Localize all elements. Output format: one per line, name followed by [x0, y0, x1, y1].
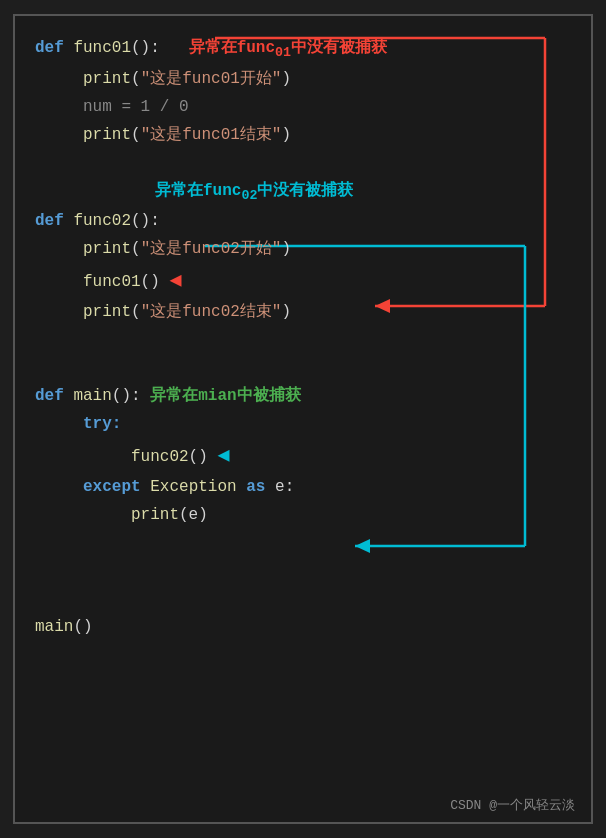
line-func02-call: func02 () ◀	[131, 438, 571, 473]
footer-text: CSDN @一个风轻云淡	[450, 796, 575, 814]
num-code: num = 1 / 0	[83, 93, 189, 121]
func02-call-paren: ()	[189, 443, 218, 471]
keyword-def1: def	[35, 34, 73, 62]
main-name: main	[73, 382, 111, 410]
print-fn5: print	[131, 501, 179, 529]
print-paren2: (	[131, 121, 141, 149]
blank5	[35, 557, 571, 585]
line-print-e: print (e)	[131, 501, 571, 529]
line-func01-call: func01 () ◀	[83, 263, 571, 298]
close-paren3: )	[281, 235, 291, 263]
annotation-main-text: 异常在mian中被捕获	[150, 382, 300, 410]
print-fn2: print	[83, 121, 131, 149]
str2: "这是func01结束"	[141, 121, 282, 149]
annotation-func01: 异常在func01中没有被捕获	[189, 34, 387, 65]
print-fn3: print	[83, 235, 131, 263]
line-func02-def: def func02 ():	[35, 207, 571, 235]
main-paren: ():	[112, 382, 150, 410]
func01-call: func01	[83, 268, 141, 296]
blank1	[35, 149, 571, 177]
print-paren3: (	[131, 235, 141, 263]
line-func02-print2: print ( "这是func02结束" )	[83, 298, 571, 326]
close-paren1: )	[281, 65, 291, 93]
keyword-def2: def	[35, 207, 73, 235]
annotation-func02-text: 异常在func02中没有被捕获	[155, 177, 353, 208]
code-display: def func01 (): 异常在func01中没有被捕获 print ( "…	[35, 34, 571, 641]
blank3	[35, 354, 571, 382]
close-paren4: )	[281, 298, 291, 326]
str1: "这是func01开始"	[141, 65, 282, 93]
print-paren4: (	[131, 298, 141, 326]
func02-call: func02	[131, 443, 189, 471]
blank6	[35, 585, 571, 613]
line-annotation-func02: 异常在func02中没有被捕获	[35, 177, 571, 208]
main-call-paren: ()	[73, 613, 92, 641]
keyword-try: try:	[83, 410, 121, 438]
print-fn4: print	[83, 298, 131, 326]
print-paren5: (e)	[179, 501, 208, 529]
close-paren2: )	[281, 121, 291, 149]
keyword-as: as	[237, 473, 275, 501]
cyan-arrow: ◀	[217, 438, 229, 473]
main-container: def func01 (): 异常在func01中没有被捕获 print ( "…	[13, 14, 593, 824]
line-main-def: def main (): 异常在mian中被捕获	[35, 382, 571, 410]
line-main-call: main ()	[35, 613, 571, 641]
func02-name: func02	[73, 207, 131, 235]
str4: "这是func02结束"	[141, 298, 282, 326]
main-call: main	[35, 613, 73, 641]
print-fn1: print	[83, 65, 131, 93]
exception-class: Exception	[150, 473, 236, 501]
func02-paren: ():	[131, 207, 160, 235]
line-try: try:	[83, 410, 571, 438]
func01-call-paren: ()	[141, 268, 170, 296]
line-func01-print1: print ( "这是func01开始" )	[83, 65, 571, 93]
func01-paren: ():	[131, 34, 189, 62]
str3: "这是func02开始"	[141, 235, 282, 263]
line-except: except Exception as e:	[83, 473, 571, 501]
red-arrow: ◀	[169, 263, 181, 298]
keyword-except: except	[83, 473, 150, 501]
blank4	[35, 529, 571, 557]
func01-name: func01	[73, 34, 131, 62]
line-func01-print2: print ( "这是func01结束" )	[83, 121, 571, 149]
line-func02-print1: print ( "这是func02开始" )	[83, 235, 571, 263]
line-func01-def: def func01 (): 异常在func01中没有被捕获	[35, 34, 571, 65]
blank2	[35, 326, 571, 354]
line-num-assign: num = 1 / 0	[83, 93, 571, 121]
print-paren1: (	[131, 65, 141, 93]
keyword-def3: def	[35, 382, 73, 410]
exception-var: e:	[275, 473, 294, 501]
